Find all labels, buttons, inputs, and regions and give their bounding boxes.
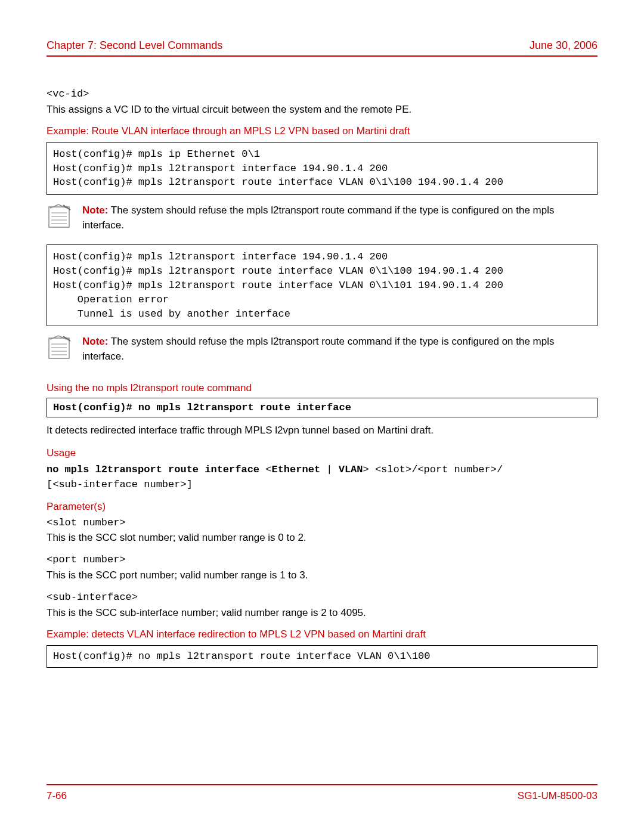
- note-1-text: Note: The system should refuse the mpls …: [82, 203, 597, 233]
- header-chapter: Chapter 7: Second Level Commands: [47, 39, 222, 52]
- param-subinterface: <sub-interface> This is the SCC sub-inte…: [47, 591, 597, 620]
- code-box-1: Host(config)# mpls ip Ethernet 0\1 Host(…: [47, 142, 597, 195]
- example-heading-2: Example: detects VLAN interface redirect…: [47, 628, 597, 640]
- note-1: Note: The system should refuse the mpls …: [47, 203, 597, 233]
- footer-pagenum: 7-66: [47, 790, 67, 802]
- vc-id-tag: <vc-id>: [47, 88, 597, 101]
- param-name: <sub-interface>: [47, 591, 597, 605]
- note-label: Note:: [82, 336, 108, 347]
- code-box-2: Host(config)# mpls l2transport interface…: [47, 244, 597, 326]
- command-box: Host(config)# no mpls l2transport route …: [47, 398, 597, 418]
- param-slot: <slot number> This is the SCC slot numbe…: [47, 516, 597, 546]
- page-footer: 7-66 SG1-UM-8500-03: [47, 784, 597, 802]
- command-desc: It detects redirected interface traffic …: [47, 423, 597, 438]
- code-box-3: Host(config)# no mpls l2transport route …: [47, 645, 597, 668]
- param-desc: This is the SCC slot number; valid numbe…: [47, 531, 597, 545]
- param-name: <port number>: [47, 553, 597, 567]
- param-desc: This is the SCC port number; valid numbe…: [47, 568, 597, 583]
- header-date: June 30, 2006: [530, 39, 597, 52]
- parameters-label: Parameter(s): [47, 501, 597, 513]
- note-body: The system should refuse the mpls l2tran…: [82, 205, 555, 231]
- note-body: The system should refuse the mpls l2tran…: [82, 336, 555, 362]
- example-heading-1: Example: Route VLAN interface through an…: [47, 125, 597, 137]
- note-label: Note:: [82, 205, 108, 216]
- svg-rect-6: [49, 338, 69, 358]
- section-heading-no-mpls: Using the no mpls l2transport route comm…: [47, 382, 597, 394]
- param-desc: This is the SCC sub-interface number; va…: [47, 606, 597, 620]
- notepad-icon: [47, 203, 72, 230]
- usage-vlan: VLAN: [339, 464, 363, 475]
- param-name: <slot number>: [47, 516, 597, 530]
- footer-docid: SG1-UM-8500-03: [518, 790, 597, 802]
- usage-syntax: no mpls l2transport route interface <Eth…: [47, 463, 597, 492]
- note-2-text: Note: The system should refuse the mpls …: [82, 335, 597, 364]
- page: Chapter 7: Second Level Commands June 30…: [0, 0, 644, 833]
- param-port: <port number> This is the SCC port numbe…: [47, 553, 597, 583]
- usage-pipe: |: [320, 464, 339, 475]
- usage-open: <: [259, 464, 271, 475]
- page-header: Chapter 7: Second Level Commands June 30…: [47, 39, 597, 57]
- usage-label: Usage: [47, 447, 597, 459]
- vc-id-desc: This assigns a VC ID to the virtual circ…: [47, 103, 597, 117]
- svg-rect-0: [49, 207, 69, 227]
- note-2: Note: The system should refuse the mpls …: [47, 335, 597, 364]
- usage-eth: Ethernet: [271, 464, 320, 475]
- notepad-icon: [47, 335, 72, 361]
- usage-cmd: no mpls l2transport route interface: [47, 464, 259, 475]
